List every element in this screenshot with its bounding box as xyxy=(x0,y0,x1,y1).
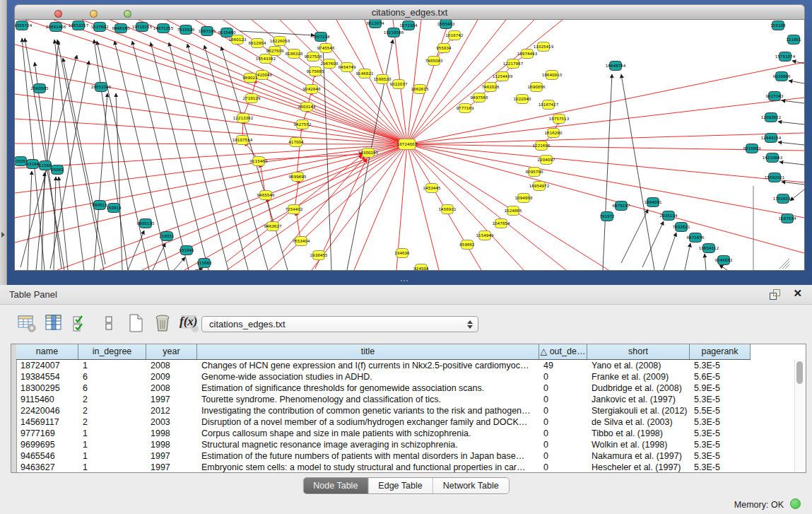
window-titlebar[interactable]: citations_edges.txt xyxy=(14,4,805,20)
graph-node[interactable]: 18757513 xyxy=(549,115,570,124)
graph-node[interactable]: 9146821 xyxy=(356,69,374,78)
graph-node[interactable]: 7485083 xyxy=(425,57,443,66)
graph-node[interactable]: 1456911 xyxy=(439,205,457,214)
graph-node[interactable]: 1565403 xyxy=(437,20,455,29)
close-panel-icon[interactable]: ✕ xyxy=(793,287,802,300)
graph-node[interactable]: 1453445 xyxy=(423,184,441,193)
graph-node[interactable]: 2718129 xyxy=(243,94,261,103)
graph-node[interactable]: 10653257 xyxy=(69,21,89,30)
graph-node[interactable]: 9745546 xyxy=(317,44,335,53)
network-canvas[interactable]: 2405572420891406106532571527602846616010… xyxy=(14,20,805,271)
graph-node[interactable]: 12444154 xyxy=(761,134,782,143)
new-table-icon[interactable] xyxy=(126,313,146,333)
graph-node[interactable]: 9227343 xyxy=(766,92,784,101)
graph-node[interactable]: 989021 xyxy=(242,74,258,83)
table-row[interactable]: 969969511998Structural magnetic resonanc… xyxy=(16,439,795,450)
table-row[interactable]: 977716911998Corpus callosum shape and si… xyxy=(16,428,795,439)
graph-node[interactable]: 9175685 xyxy=(307,67,324,76)
memory-ok-indicator[interactable] xyxy=(790,498,801,509)
graph-node[interactable]: 8466160 xyxy=(112,24,130,33)
graph-node[interactable]: 1588520 xyxy=(374,75,392,84)
column-header-short[interactable]: short xyxy=(587,344,690,359)
select-rows-icon[interactable] xyxy=(71,313,90,333)
graph-node[interactable]: 12213382 xyxy=(233,114,253,123)
graph-node[interactable]: 216051 xyxy=(159,232,175,241)
graph-node[interactable]: 8186328 xyxy=(286,49,303,59)
graph-node[interactable]: 859662 xyxy=(459,240,474,250)
graph-node[interactable]: 1167534 xyxy=(779,214,796,223)
row-height-icon[interactable] xyxy=(99,313,119,333)
column-header-out_de[interactable]: △ out_de… xyxy=(539,344,587,359)
graph-node[interactable]: 9115460 xyxy=(250,157,268,166)
tab-network-table[interactable]: Network Table xyxy=(433,478,509,493)
graph-node[interactable]: 7957224 xyxy=(312,33,330,42)
graph-node[interactable]: 9427552 xyxy=(294,120,312,129)
graph-node[interactable]: 16648784 xyxy=(606,62,626,71)
graph-node[interactable]: 35081 xyxy=(51,165,64,175)
scrollbar-thumb[interactable] xyxy=(796,361,803,384)
graph-node[interactable]: 15692931 xyxy=(765,173,785,182)
graph-node[interactable]: 150813 xyxy=(106,204,122,213)
graph-node[interactable]: 8912954 xyxy=(249,39,266,48)
graph-node[interactable]: 121801 xyxy=(786,35,801,45)
vertical-scrollbar[interactable] xyxy=(794,359,806,472)
table-row[interactable]: 1938455462009Genome-wide association stu… xyxy=(16,371,795,382)
graph-node[interactable]: 20891406 xyxy=(46,23,66,32)
graph-node[interactable]: 1154949 xyxy=(476,231,494,240)
graph-node[interactable]: 791972 xyxy=(599,212,614,221)
graph-node[interactable]: 1527602 xyxy=(91,23,109,32)
table-row[interactable]: 1872400712008Changes of HCN gene express… xyxy=(16,360,795,371)
graph-node[interactable]: 9329966 xyxy=(773,72,791,81)
graph-node[interactable]: 990513 xyxy=(92,201,107,210)
tab-node-table[interactable]: Node Table xyxy=(303,478,368,493)
graph-node[interactable]: 14671355 xyxy=(153,24,174,33)
graph-node[interactable]: 17016534 xyxy=(773,194,794,204)
graph-node[interactable]: 8813074 xyxy=(367,20,384,28)
graph-node[interactable]: 18226058 xyxy=(270,37,290,46)
table-row[interactable]: 1830029562008Estimation of significance … xyxy=(16,382,795,394)
graph-node[interactable]: 33194 xyxy=(26,160,39,169)
table-row[interactable]: 946362711997Embryonic stem cells: a mode… xyxy=(16,462,795,473)
delete-column-icon[interactable] xyxy=(153,313,172,333)
graph-node[interactable]: 1221696 xyxy=(533,141,551,151)
graph-node[interactable]: 24055724 xyxy=(15,21,33,30)
graph-node[interactable]: 194636 xyxy=(394,249,410,258)
graph-node[interactable]: 12093822 xyxy=(761,113,781,122)
column-header-name[interactable]: name xyxy=(16,344,78,359)
graph-node[interactable]: 955834 xyxy=(436,44,452,53)
graph-node[interactable]: 19218586 xyxy=(384,28,404,37)
graph-node[interactable]: 7254402 xyxy=(286,205,303,214)
column-header-in_degree[interactable]: in_degree xyxy=(78,344,146,359)
table-row[interactable]: 946554611997Estimation of the future num… xyxy=(16,450,795,462)
graph-node[interactable]: 1047854 xyxy=(493,219,510,228)
graph-node[interactable]: 8215953 xyxy=(743,144,761,153)
graph-node[interactable]: 8471676 xyxy=(687,233,705,243)
graph-node[interactable]: 9463627 xyxy=(264,222,282,231)
graph-node[interactable]: 9497568 xyxy=(471,93,488,103)
graph-node[interactable]: 10974493 xyxy=(517,49,538,59)
graph-node[interactable]: 1572304 xyxy=(400,21,418,30)
graph-node[interactable]: 16954972 xyxy=(529,182,549,191)
graph-node[interactable]: 12217987 xyxy=(503,59,524,69)
graph-node[interactable]: 20053346 xyxy=(91,83,112,92)
table-row[interactable]: 1456911722003Disruption of a novel membe… xyxy=(16,416,795,428)
graph-node[interactable]: 2060505 xyxy=(31,84,49,93)
table-row[interactable]: 911546021997Tourette syndrome. Phenomeno… xyxy=(16,394,795,405)
graph-node[interactable]: 16210643 xyxy=(763,153,783,163)
graph-node[interactable]: 931945 xyxy=(179,246,194,255)
graph-node[interactable]: 2967608 xyxy=(321,59,339,69)
graph-node[interactable]: 9322037 xyxy=(390,80,408,89)
split-pane-grip[interactable] xyxy=(400,280,410,284)
graph-node[interactable]: 924504 xyxy=(413,264,429,271)
graph-node[interactable]: 7832621 xyxy=(673,223,690,232)
graph-node[interactable]: 18724007 xyxy=(397,139,418,150)
graph-node[interactable]: 13325419 xyxy=(534,42,554,52)
tab-edge-table[interactable]: Edge Table xyxy=(368,478,433,493)
graph-node[interactable]: 1864091 xyxy=(645,198,662,207)
graph-node[interactable]: 155108 xyxy=(770,21,786,30)
graph-node[interactable]: 9827508 xyxy=(305,52,322,62)
graph-node[interactable]: 2935114 xyxy=(660,211,678,221)
graph-node[interactable]: 1524865 xyxy=(505,206,522,216)
table-row[interactable]: 2242004622012Investigating the contribut… xyxy=(16,405,795,416)
graph-node[interactable]: 9245652 xyxy=(715,256,733,265)
